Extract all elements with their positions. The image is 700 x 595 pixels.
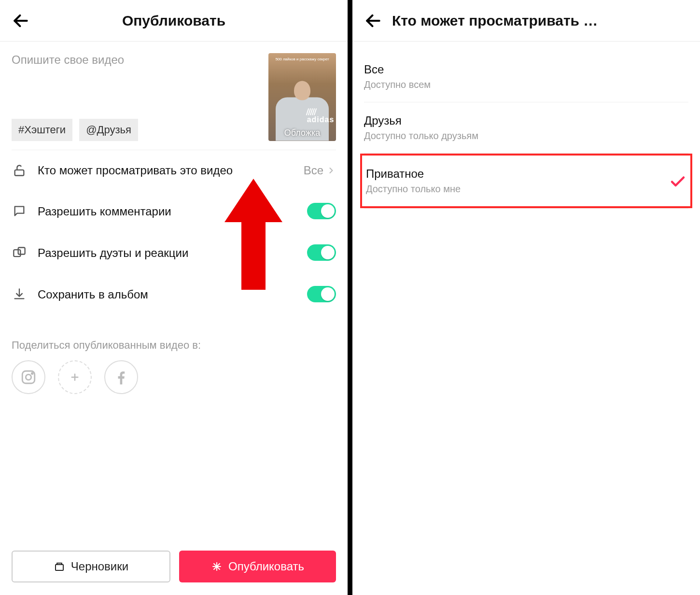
header: Опубликовать bbox=[0, 0, 348, 42]
share-instagram-button[interactable] bbox=[12, 360, 45, 394]
thumbnail-logo-text: adidas bbox=[307, 115, 335, 124]
comments-toggle[interactable] bbox=[307, 203, 336, 219]
cover-label: Обложка bbox=[268, 128, 336, 138]
share-label: Поделиться опубликованным видео в: bbox=[12, 339, 336, 352]
option-title: Все bbox=[364, 63, 688, 76]
option-title: Приватное bbox=[366, 167, 669, 181]
facebook-icon bbox=[112, 368, 130, 386]
screen-divider bbox=[348, 0, 352, 595]
instagram-icon bbox=[20, 369, 37, 385]
caption-input[interactable]: Опишите свое видео bbox=[12, 53, 259, 67]
arrow-left-icon bbox=[364, 12, 382, 30]
drafts-button[interactable]: Черновики bbox=[12, 551, 170, 582]
mention-friends-button[interactable]: @Друзья bbox=[79, 119, 138, 141]
publish-button-label: Опубликовать bbox=[228, 560, 304, 573]
share-stories-button[interactable] bbox=[58, 360, 92, 394]
chevron-right-icon bbox=[326, 166, 336, 175]
svg-point-5 bbox=[26, 375, 31, 380]
option-subtitle: Доступно только мне bbox=[366, 184, 669, 195]
header: Кто может просматривать … bbox=[352, 0, 700, 42]
duets-row: Разрешить дуэты и реакции bbox=[12, 232, 336, 273]
video-thumbnail[interactable]: 500 лайков и расскажу секрет adidas Обло… bbox=[268, 53, 336, 141]
comment-icon bbox=[12, 204, 27, 218]
duet-icon bbox=[12, 246, 27, 259]
comments-row: Разрешить комментарии bbox=[12, 190, 336, 232]
option-title: Друзья bbox=[364, 114, 688, 128]
thumbnail-overlay-text: 500 лайков и расскажу секрет bbox=[272, 57, 332, 61]
arrow-left-icon bbox=[12, 12, 30, 30]
svg-rect-1 bbox=[15, 170, 24, 175]
drafts-button-label: Черновики bbox=[71, 560, 128, 573]
privacy-option-friends[interactable]: Друзья Доступно только друзьям bbox=[364, 102, 688, 154]
svg-point-6 bbox=[31, 373, 33, 374]
comments-label: Разрешить комментарии bbox=[38, 204, 296, 219]
share-section: Поделиться опубликованным видео в: bbox=[12, 339, 336, 394]
download-icon bbox=[12, 287, 27, 301]
check-icon bbox=[669, 172, 686, 190]
publish-screen: Опубликовать Опишите свое видео #Хэштеги… bbox=[0, 0, 348, 595]
caption-section: Опишите свое видео #Хэштеги @Друзья 500 … bbox=[12, 42, 336, 150]
annotation-highlight: Приватное Доступно только мне bbox=[360, 154, 692, 208]
privacy-row[interactable]: Кто может просматривать это видео Все bbox=[12, 150, 336, 190]
hashtag-button[interactable]: #Хэштеги bbox=[12, 119, 72, 141]
duets-label: Разрешить дуэты и реакции bbox=[38, 245, 296, 260]
privacy-option-everyone[interactable]: Все Доступно всем bbox=[364, 51, 688, 102]
page-title: Опубликовать bbox=[31, 13, 317, 29]
publish-button[interactable]: Опубликовать bbox=[179, 551, 336, 582]
share-facebook-button[interactable] bbox=[104, 360, 138, 394]
drafts-icon bbox=[54, 561, 65, 572]
svg-rect-2 bbox=[14, 250, 20, 256]
back-button[interactable] bbox=[12, 11, 31, 30]
option-subtitle: Доступно только друзьям bbox=[364, 130, 688, 142]
save-row: Сохранить в альбом bbox=[12, 273, 336, 315]
privacy-label: Кто может просматривать это видео bbox=[38, 163, 293, 178]
privacy-option-private[interactable]: Приватное Доступно только мне bbox=[366, 164, 686, 198]
privacy-screen: Кто может просматривать … Все Доступно в… bbox=[352, 0, 700, 595]
page-title: Кто может просматривать … bbox=[392, 13, 688, 29]
plus-circle-icon bbox=[68, 370, 82, 384]
svg-rect-9 bbox=[56, 565, 63, 570]
sparkle-icon bbox=[211, 561, 223, 572]
save-toggle[interactable] bbox=[307, 286, 336, 302]
privacy-value: Все bbox=[304, 164, 323, 177]
save-label: Сохранить в альбом bbox=[38, 287, 296, 302]
svg-rect-3 bbox=[18, 248, 25, 255]
back-button[interactable] bbox=[364, 11, 383, 30]
duets-toggle[interactable] bbox=[307, 244, 336, 261]
option-subtitle: Доступно всем bbox=[364, 79, 688, 90]
unlock-icon bbox=[12, 164, 27, 177]
